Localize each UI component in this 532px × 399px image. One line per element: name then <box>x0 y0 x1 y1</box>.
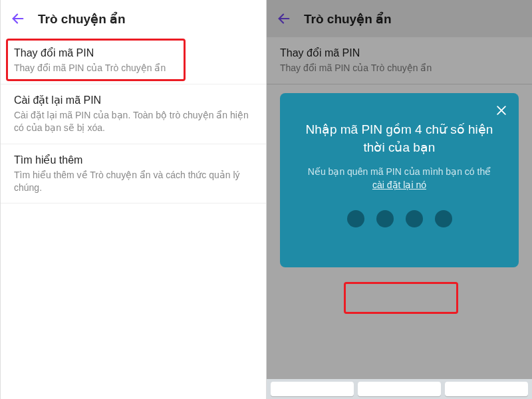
item-subtitle: Tìm hiểu thêm về Trò chuyện ẩn và cách t… <box>14 169 253 194</box>
pin-dot <box>376 210 394 227</box>
item-change-pin[interactable]: Thay đổi mã PIN Thay đổi mã PIN của Trò … <box>1 37 266 84</box>
keyboard-key[interactable] <box>358 382 441 396</box>
dialog-title: Nhập mã PIN gồm 4 chữ số hiện thời của b… <box>303 121 496 156</box>
page-title: Trò chuyện ẩn <box>38 11 126 27</box>
keyboard-key[interactable] <box>271 382 354 396</box>
dialog-sub-text: Nếu bạn quên mã PIN của mình bạn có thể <box>308 166 491 177</box>
pin-dot <box>406 210 423 227</box>
item-learn-more[interactable]: Tìm hiểu thêm Tìm hiểu thêm về Trò chuyệ… <box>1 144 266 204</box>
item-title: Tìm hiểu thêm <box>14 154 253 166</box>
pin-input[interactable] <box>296 210 503 227</box>
item-title: Cài đặt lại mã PIN <box>14 94 253 106</box>
item-reset-pin[interactable]: Cài đặt lại mã PIN Cài đặt lại mã PIN củ… <box>1 84 266 144</box>
close-icon[interactable] <box>492 101 511 120</box>
screen-pin-dialog-right: Trò chuyện ẩn Thay đổi mã PIN Thay đổi m… <box>266 0 532 399</box>
back-arrow-icon[interactable] <box>9 9 27 28</box>
settings-list: Thay đổi mã PIN Thay đổi mã PIN của Trò … <box>1 37 266 203</box>
dialog-subtitle: Nếu bạn quên mã PIN của mình bạn có thể … <box>303 166 496 192</box>
item-title: Thay đổi mã PIN <box>14 47 253 59</box>
keyboard-suggestion-bar <box>267 379 532 399</box>
pin-dot <box>435 210 452 227</box>
item-subtitle: Thay đổi mã PIN của Trò chuyện ẩn <box>14 62 253 74</box>
pin-dot <box>347 210 364 227</box>
item-subtitle: Cài đặt lại mã PIN của bạn. Toàn bộ trò … <box>14 109 253 134</box>
header: Trò chuyện ẩn <box>1 0 266 37</box>
reset-pin-link[interactable]: cài đặt lại nó <box>372 180 426 190</box>
screen-settings-left: Trò chuyện ẩn Thay đổi mã PIN Thay đổi m… <box>0 0 266 399</box>
keyboard-key[interactable] <box>445 382 528 396</box>
pin-entry-dialog: Nhập mã PIN gồm 4 chữ số hiện thời của b… <box>280 93 519 267</box>
